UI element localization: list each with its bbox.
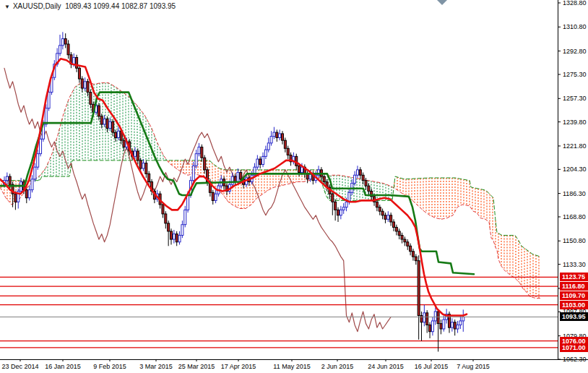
price-axis-label: 1310.80 bbox=[563, 23, 587, 30]
candle-body bbox=[418, 261, 420, 316]
candle-body bbox=[279, 134, 281, 138]
hline-price-tag: 1116.80 bbox=[560, 282, 588, 291]
candle-body bbox=[212, 192, 214, 200]
candle-body bbox=[412, 252, 414, 257]
candle-body bbox=[381, 211, 384, 215]
candle-body bbox=[231, 176, 233, 184]
candle-body bbox=[295, 156, 298, 166]
candle-body bbox=[359, 170, 361, 175]
candle-body bbox=[112, 121, 114, 132]
time-axis-label: 3 Mar 2015 bbox=[139, 363, 173, 370]
price-axis-label: 1221.80 bbox=[563, 142, 587, 150]
candle-body bbox=[181, 225, 183, 236]
candle-body bbox=[201, 147, 203, 158]
price-axis-label: 1275.30 bbox=[563, 71, 587, 78]
kijun-sen-line bbox=[0, 93, 474, 275]
candle-body bbox=[323, 176, 325, 181]
candle-body bbox=[76, 57, 78, 68]
price-axis-label: 1133.30 bbox=[563, 261, 586, 268]
candle-body bbox=[28, 190, 30, 198]
candle-body bbox=[64, 39, 66, 44]
candle-body bbox=[9, 176, 11, 184]
candle-body bbox=[240, 173, 242, 179]
time-axis-label: 24 Jun 2015 bbox=[368, 363, 404, 370]
time-axis-label: 16 Jul 2015 bbox=[415, 363, 449, 370]
time-axis-label: 23 Dec 2014 bbox=[1, 363, 38, 370]
candle-body bbox=[426, 313, 428, 325]
price-axis-label: 1328.80 bbox=[563, 0, 587, 7]
candle-body bbox=[45, 108, 47, 124]
candle-body bbox=[84, 82, 86, 88]
candle-body bbox=[37, 154, 39, 167]
candle-body bbox=[162, 205, 164, 214]
candle-body bbox=[459, 321, 462, 325]
price-axis-label: 1257.30 bbox=[563, 95, 587, 102]
candle-body bbox=[142, 163, 144, 168]
candle-body bbox=[398, 231, 400, 236]
candle-body bbox=[195, 154, 197, 166]
candle-body bbox=[14, 194, 17, 202]
candle-body bbox=[262, 156, 264, 164]
candle-body bbox=[387, 215, 389, 220]
candle-body bbox=[284, 140, 286, 148]
candle-body bbox=[25, 190, 27, 198]
candle-body bbox=[237, 173, 239, 182]
candle-body bbox=[354, 175, 356, 183]
price-axis-label: 1062.30 bbox=[563, 356, 587, 363]
candle-body bbox=[78, 68, 80, 79]
symbol-dropdown-icon[interactable]: ▼ bbox=[4, 4, 10, 10]
hline-price-tag: 1071.00 bbox=[560, 343, 588, 352]
candle-body bbox=[264, 150, 267, 156]
candle-body bbox=[6, 176, 8, 181]
price-axis-label: 1292.80 bbox=[563, 48, 587, 55]
candle-body bbox=[204, 158, 206, 170]
candle-body bbox=[170, 231, 173, 239]
price-axis-label: 1239.80 bbox=[563, 119, 587, 126]
candle-body bbox=[184, 210, 186, 224]
candle-body bbox=[40, 139, 42, 153]
ohlc-readout: 1089.43 1099.44 1082.87 1093.95 bbox=[65, 2, 176, 10]
candle-body bbox=[103, 119, 105, 124]
candle-body bbox=[148, 173, 150, 181]
candle-body bbox=[334, 202, 337, 210]
chart-window: ▼XAUUSD,Daily 1089.43 1099.44 1082.87 10… bbox=[0, 0, 588, 373]
candle-body bbox=[342, 207, 345, 210]
candle-body bbox=[187, 195, 189, 210]
candle-body bbox=[340, 210, 342, 215]
candle-body bbox=[48, 93, 50, 108]
candle-body bbox=[117, 131, 119, 137]
candle-body bbox=[173, 234, 175, 239]
candle-body bbox=[134, 151, 136, 156]
candle-body bbox=[87, 82, 89, 93]
candle-body bbox=[376, 202, 378, 207]
candle-body bbox=[34, 167, 36, 179]
time-axis-label: 17 Apr 2015 bbox=[221, 363, 256, 370]
price-axis-label: 1168.80 bbox=[563, 213, 586, 220]
candle-body bbox=[440, 324, 442, 329]
candle-body bbox=[273, 132, 275, 137]
candle-body bbox=[401, 236, 403, 240]
candle-body bbox=[301, 167, 303, 172]
candle-body bbox=[390, 215, 392, 222]
symbol-period-label: XAUUSD,Daily bbox=[13, 2, 61, 10]
candle-body bbox=[457, 325, 459, 329]
candle-body bbox=[434, 312, 436, 321]
candle-body bbox=[437, 312, 439, 324]
candle-body bbox=[267, 143, 269, 150]
senkou-span-a-line bbox=[0, 82, 540, 299]
price-axis-label: 1204.30 bbox=[563, 166, 587, 173]
candle-body bbox=[404, 239, 406, 242]
candle-body bbox=[368, 186, 370, 191]
candle-body bbox=[451, 322, 453, 327]
hline-price-tag: 1103.00 bbox=[560, 301, 588, 309]
candle-body bbox=[176, 234, 178, 242]
candle-body bbox=[462, 317, 464, 320]
candle-body bbox=[215, 194, 217, 200]
candle-body bbox=[145, 163, 147, 174]
time-axis-label: 16 Jan 2015 bbox=[45, 363, 81, 370]
candle-body bbox=[282, 134, 284, 140]
candle-body bbox=[81, 79, 83, 88]
candle-body bbox=[423, 313, 425, 322]
candle-body bbox=[109, 121, 111, 128]
chart-canvas[interactable] bbox=[0, 0, 588, 373]
